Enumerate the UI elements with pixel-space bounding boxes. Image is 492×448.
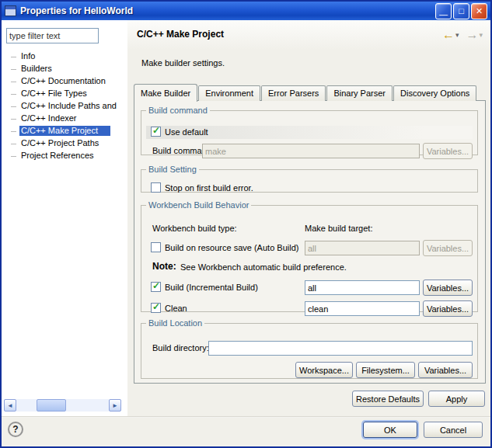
- build-command-group: Build command ✓ Use default Build comman…: [141, 106, 478, 155]
- tree-item-label: C/C++ File Types: [19, 89, 89, 99]
- incremental-target-input[interactable]: [305, 280, 420, 295]
- window-icon: [5, 5, 16, 16]
- page-title: C/C++ Make Project: [137, 29, 224, 40]
- footer-separator: [2, 416, 490, 418]
- maximize-button[interactable]: □: [453, 3, 469, 19]
- incremental-build-checkbox[interactable]: ✓ Build (Incremental Build): [151, 282, 258, 292]
- sidebar: Info Builders C/C++ Documentation C/C++ …: [2, 20, 127, 416]
- tree-line: [11, 144, 16, 144]
- back-dropdown-icon[interactable]: ▾: [455, 31, 459, 39]
- tree-item-cpp-documentation[interactable]: C/C++ Documentation: [2, 75, 127, 87]
- tree-item-project-references[interactable]: Project References: [2, 149, 127, 161]
- apply-button[interactable]: Apply: [428, 391, 485, 407]
- tree-line: [11, 156, 16, 157]
- workbench-group-title: Workbench Build Behavior: [146, 200, 251, 210]
- build-setting-group: Build Setting ✓ Stop on first build erro…: [141, 165, 478, 193]
- auto-build-checkbox[interactable]: ✓ Build on resource save (Auto Build): [151, 242, 298, 252]
- check-icon: ✓: [152, 301, 160, 312]
- checkbox-icon[interactable]: ✓: [151, 182, 161, 193]
- build-location-group: Build Location Build directory: Workspac…: [141, 318, 478, 379]
- page-header: C/C++ Make Project ← ▾ → ▾: [127, 20, 490, 50]
- scrollbar-track[interactable]: [16, 399, 109, 412]
- clean-variables-button[interactable]: Variables...: [423, 300, 473, 317]
- tree-item-label: C/C++ Make Project: [19, 126, 110, 136]
- auto-build-variables-button[interactable]: Variables...: [423, 240, 473, 256]
- clean-label: Clean: [165, 304, 187, 313]
- incremental-variables-button[interactable]: Variables...: [423, 280, 473, 296]
- use-default-checkbox[interactable]: ✓ Use default: [151, 127, 208, 137]
- main-panel: C/C++ Make Project ← ▾ → ▾ Make builder …: [127, 20, 490, 416]
- note-text: See Workbench automatic build preference…: [180, 262, 347, 272]
- cancel-button[interactable]: Cancel: [424, 422, 483, 438]
- properties-dialog: Properties for HelloWorld — □ ✕ Info Bui…: [0, 0, 492, 448]
- tab-bar: Make Builder Environment Error Parsers B…: [134, 83, 477, 101]
- minimize-button[interactable]: —: [435, 3, 452, 19]
- tree-line: [11, 57, 16, 57]
- tree-item-info[interactable]: Info: [2, 50, 127, 62]
- filesystem-button[interactable]: Filesystem...: [356, 362, 415, 378]
- tree-item-builders[interactable]: Builders: [2, 62, 127, 75]
- tree-item-label: Project References: [19, 151, 96, 161]
- clean-checkbox[interactable]: ✓ Clean: [151, 303, 187, 313]
- check-icon: ✓: [152, 125, 160, 136]
- location-variables-button[interactable]: Variables...: [418, 362, 473, 378]
- properties-tree: Info Builders C/C++ Documentation C/C++ …: [2, 50, 127, 161]
- tree-item-label: C/C++ Project Paths: [19, 138, 101, 148]
- window-title: Properties for HelloWorld: [20, 5, 434, 16]
- auto-build-label: Build on resource save (Auto Build): [165, 243, 298, 252]
- checkbox-icon[interactable]: ✓: [151, 242, 161, 252]
- help-icon: ?: [12, 424, 18, 435]
- auto-build-target-input[interactable]: [305, 241, 420, 255]
- scrollbar-thumb[interactable]: [37, 399, 66, 412]
- tab-make-builder[interactable]: Make Builder: [134, 84, 197, 102]
- tree-item-label: Builders: [19, 64, 54, 74]
- close-button[interactable]: ✕: [471, 3, 487, 19]
- check-icon: ✓: [152, 280, 160, 291]
- build-command-input[interactable]: [202, 144, 420, 158]
- tab-discovery-options[interactable]: Discovery Options: [393, 85, 476, 101]
- tree-item-cpp-include-paths[interactable]: C/C++ Include Paths and: [2, 99, 127, 112]
- checkbox-icon[interactable]: ✓: [151, 303, 161, 313]
- tree-item-label: Info: [19, 51, 37, 61]
- back-icon[interactable]: ←: [442, 28, 455, 42]
- tab-binary-parser[interactable]: Binary Parser: [326, 85, 393, 101]
- build-command-group-title: Build command: [146, 106, 210, 115]
- forward-icon[interactable]: →: [466, 28, 478, 42]
- tree-line: [11, 94, 16, 95]
- make-builder-panel: Build command ✓ Use default Build comman…: [134, 100, 486, 384]
- checkbox-icon[interactable]: ✓: [151, 127, 161, 137]
- tree-line: [11, 106, 16, 107]
- titlebar[interactable]: Properties for HelloWorld — □ ✕: [2, 2, 490, 20]
- tree-item-label: C/C++ Indexer: [19, 113, 79, 123]
- workbench-build-type-label: Workbench build type:: [152, 224, 237, 233]
- scroll-right-icon[interactable]: ►: [109, 399, 121, 412]
- build-command-variables-button[interactable]: Variables...: [423, 143, 473, 159]
- forward-dropdown-icon[interactable]: ▾: [479, 31, 483, 39]
- tree-item-cpp-file-types[interactable]: C/C++ File Types: [2, 87, 127, 99]
- build-setting-group-title: Build Setting: [146, 165, 199, 174]
- tree-line: [11, 69, 16, 70]
- workspace-button[interactable]: Workspace...: [295, 362, 353, 378]
- filter-input[interactable]: [6, 28, 99, 43]
- ok-button[interactable]: OK: [363, 422, 417, 438]
- tree-line: [11, 82, 16, 82]
- history-nav: ← ▾ → ▾: [442, 28, 483, 42]
- tree-item-label: C/C++ Include Paths and: [19, 101, 119, 111]
- stop-on-error-label: Stop on first build error.: [165, 183, 253, 193]
- tree-item-cpp-make-project[interactable]: C/C++ Make Project: [2, 124, 127, 137]
- clean-target-input[interactable]: [305, 301, 420, 316]
- checkbox-icon[interactable]: ✓: [151, 282, 161, 292]
- tree-item-cpp-project-paths[interactable]: C/C++ Project Paths: [2, 137, 127, 149]
- tree-item-label: C/C++ Documentation: [19, 76, 108, 86]
- build-directory-input[interactable]: [208, 341, 473, 356]
- scroll-left-icon[interactable]: ◄: [4, 399, 16, 412]
- build-location-group-title: Build Location: [146, 318, 204, 328]
- restore-defaults-button[interactable]: Restore Defaults: [352, 391, 424, 407]
- horizontal-scrollbar[interactable]: ◄ ►: [4, 399, 121, 412]
- stop-on-error-checkbox[interactable]: ✓ Stop on first build error.: [151, 182, 253, 193]
- tree-item-cpp-indexer[interactable]: C/C++ Indexer: [2, 112, 127, 124]
- workbench-build-behavior-group: Workbench Build Behavior Workbench build…: [141, 200, 478, 312]
- tab-environment[interactable]: Environment: [198, 85, 260, 101]
- help-button[interactable]: ?: [8, 422, 23, 437]
- tab-error-parsers[interactable]: Error Parsers: [261, 85, 326, 101]
